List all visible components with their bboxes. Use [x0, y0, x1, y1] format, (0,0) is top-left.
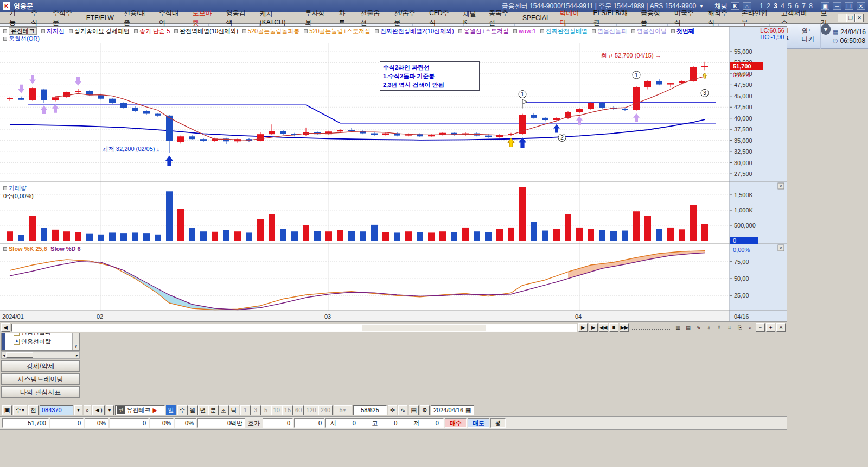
step-back-icon[interactable]: ◀◀ — [599, 323, 608, 332]
legend-toggle-icon[interactable] — [134, 29, 138, 33]
mdi-close-icon[interactable]: ✕ — [855, 14, 864, 22]
signal-item-24[interactable]: 연음선이탈 — [6, 337, 72, 346]
compare-chart-icon[interactable]: ∿ — [694, 323, 703, 332]
legend-toggle-icon[interactable] — [304, 29, 308, 33]
legend-toggle-icon[interactable] — [242, 29, 246, 33]
legend-item-7[interactable]: 진짜완전정배열2(10선제외) — [375, 28, 454, 34]
legend-toggle-icon[interactable] — [540, 29, 544, 33]
grid-style-icon[interactable]: ⌗ — [725, 323, 734, 332]
minute-button-5[interactable]: 5 — [261, 405, 271, 415]
crosshair-tool-icon[interactable]: ✛ — [388, 405, 397, 415]
font-size-icon[interactable]: A — [776, 323, 786, 332]
mdi-minimize-icon[interactable]: ─ — [838, 14, 846, 22]
minute-button-1[interactable]: 1 — [240, 405, 251, 415]
legend-toggle-icon[interactable] — [69, 29, 73, 33]
legend-toggle-icon[interactable] — [174, 29, 178, 33]
step-forward-icon[interactable]: ▶▶ — [620, 323, 629, 332]
legend-item-1[interactable]: 지지선 — [41, 28, 65, 34]
legend-item-4[interactable]: 완전역배열(10선제외) — [174, 28, 238, 34]
minute-button-60[interactable]: 60 — [293, 405, 304, 415]
legend-toggle-icon[interactable] — [375, 29, 379, 33]
chart-settings-icon[interactable]: ⚙ — [420, 405, 430, 415]
mdi-restore-icon[interactable]: ❐ — [846, 14, 855, 22]
trend-up-icon[interactable]: ⍋ — [704, 323, 713, 332]
toolbar-more-icon[interactable]: ▼ — [821, 24, 831, 35]
prev-button[interactable]: 전 — [28, 405, 39, 415]
period-week-button[interactable]: 주▼ — [13, 405, 27, 415]
code-search-icon[interactable]: ⌕ — [84, 405, 91, 415]
period-button-월[interactable]: 월 — [188, 405, 198, 415]
chart-link-icon[interactable]: ▣ — [2, 405, 12, 415]
zoom-out-icon[interactable]: − — [756, 323, 765, 332]
chart-scroll-thumb[interactable] — [362, 324, 486, 331]
pane-split-icon[interactable]: ▤ — [684, 323, 693, 332]
minute-button-10[interactable]: 10 — [271, 405, 282, 415]
save-chart-icon[interactable]: ▤ — [409, 405, 418, 415]
stop-icon[interactable]: ■ — [609, 323, 618, 332]
chart-hscrollbar[interactable] — [11, 324, 577, 332]
sidebar-bottom-2[interactable]: 나의 관심지표 — [1, 386, 80, 398]
legend-toggle-icon[interactable] — [671, 29, 675, 33]
avg-button[interactable]: 평 — [490, 418, 506, 428]
chart-area[interactable]: 121355,00052,50050,00047,50045,00042,500… — [0, 26, 787, 321]
sidebar-bottom-0[interactable]: 강세/약세 — [1, 360, 80, 372]
speaker-icon[interactable]: ◄) — [92, 405, 105, 415]
minute-button-120[interactable]: 120 — [304, 405, 318, 415]
scroll-left-icon[interactable]: ◀ — [1, 323, 10, 332]
period-button-분[interactable]: 분 — [208, 405, 219, 415]
speed-slider[interactable] — [632, 325, 670, 330]
close-icon[interactable]: ✕ — [857, 2, 865, 10]
chart-date-box[interactable]: 2024/04/16▦ — [431, 405, 474, 415]
minute-count-select[interactable]: 5▼ — [334, 405, 352, 415]
minute-button-3[interactable]: 3 — [251, 405, 261, 415]
stock-code-input[interactable]: 084370 — [40, 405, 73, 415]
toolbar-button-월드티커-25[interactable]: 월드티커 — [795, 24, 821, 49]
sidebar-hscrollbar[interactable]: ◂ ▸ — [1, 351, 80, 359]
sell-button[interactable]: 매도 — [468, 418, 489, 428]
period-button-년[interactable]: 년 — [198, 405, 208, 415]
legend-item-13[interactable]: 첫번째 — [671, 28, 694, 34]
play-icon[interactable]: ▶ — [589, 323, 598, 332]
legend-grid-icon[interactable] — [3, 37, 7, 41]
code-dropdown-icon[interactable]: ▼ — [74, 405, 82, 415]
phone-dropdown-icon[interactable]: ▼ — [699, 4, 704, 9]
period-button-주[interactable]: 주 — [177, 405, 188, 415]
period-day-button[interactable]: 일 — [166, 405, 176, 415]
legend-item-8[interactable]: 웅월선+스토저점 — [458, 28, 509, 34]
legend-item-0[interactable]: 유진테크 — [3, 28, 37, 34]
chart-annotation-box[interactable]: 수식2라인 파란선 1.수식2돌파 기준봉 2,3번 역시 검색이 안됨 — [380, 61, 480, 91]
legend-item-9[interactable]: wave1 — [513, 28, 536, 34]
legend-toggle-icon[interactable] — [41, 29, 45, 33]
legend-item-5[interactable]: 520골든눌림돌파봉 — [242, 28, 299, 34]
legend-item-3[interactable]: 종가 단순 5 — [134, 28, 170, 34]
legend-toggle-icon[interactable] — [631, 29, 635, 33]
trend-down-icon[interactable]: ⍒ — [714, 323, 724, 332]
hscroll-right-icon[interactable]: ▸ — [75, 353, 79, 358]
scroll-right-icon[interactable]: ▶ — [578, 323, 588, 332]
menu-item-4[interactable]: ETF/ELW — [81, 14, 119, 22]
legend-toggle-icon[interactable] — [513, 29, 517, 33]
minute-button-15[interactable]: 15 — [282, 405, 293, 415]
legend-toggle-icon[interactable] — [458, 29, 462, 33]
date-calendar-icon[interactable]: ▦ — [465, 407, 471, 414]
legend-item-10[interactable]: 진짜완전정배열 — [540, 28, 588, 34]
menu-item-17[interactable]: SPECIAL — [518, 14, 555, 22]
buy-button[interactable]: 매수 — [445, 418, 467, 428]
snapshot-icon[interactable]: ⎘ — [735, 323, 744, 332]
legend-toggle-icon[interactable] — [592, 29, 596, 33]
pane-layout-icon[interactable]: ▥ — [673, 323, 682, 332]
wave-tool-icon[interactable]: ∿ — [398, 405, 407, 415]
legend-item-6[interactable]: 520골든눌림+스토저점 — [304, 28, 371, 34]
hscroll-left-icon[interactable]: ◂ — [2, 353, 6, 358]
menu-item-1[interactable]: 기능 — [4, 9, 26, 27]
period-button-초[interactable]: 초 — [219, 405, 229, 415]
zoom-icon[interactable]: ⌕ — [745, 323, 755, 332]
minute-button-240[interactable]: 240 — [318, 405, 333, 415]
zoom-in-icon[interactable]: ＋ — [766, 323, 775, 332]
legend-item-11[interactable]: 연음선돌파 — [592, 28, 627, 34]
period-button-틱[interactable]: 틱 — [229, 405, 239, 415]
menu-item-2[interactable]: 주식 — [26, 9, 48, 27]
sidebar-bottom-1[interactable]: 시스템트레이딩 — [1, 373, 80, 385]
scroll-down-icon[interactable]: ∨ — [73, 344, 79, 350]
legend-item-12[interactable]: 연음선이탈 — [631, 28, 667, 34]
